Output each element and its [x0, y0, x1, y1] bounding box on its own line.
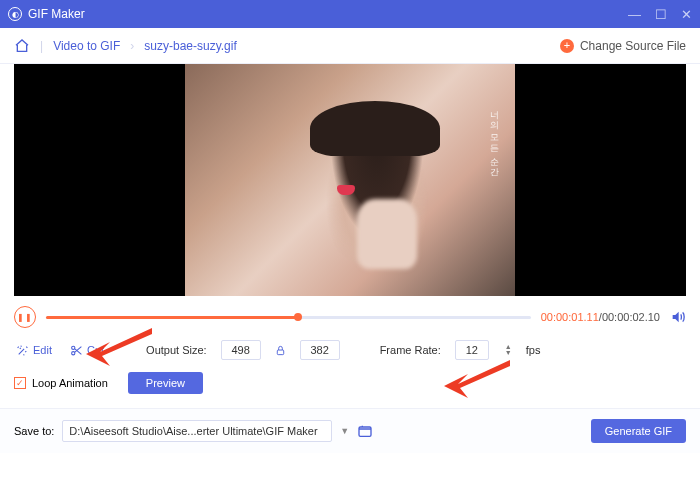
- svg-rect-2: [277, 350, 283, 355]
- change-source-label: Change Source File: [580, 39, 686, 53]
- save-path-input[interactable]: [62, 420, 332, 442]
- frame-rate-input[interactable]: [455, 340, 489, 360]
- lock-icon[interactable]: [275, 345, 286, 356]
- fps-label: fps: [526, 344, 541, 356]
- title-bar: ◐ GIF Maker — ☐ ✕: [0, 0, 700, 28]
- time-current: 00:00:01.11: [541, 311, 599, 323]
- save-to-label: Save to:: [14, 425, 54, 437]
- timecodes: 00:00:01.11/00:00:02.10: [541, 311, 660, 323]
- frame-rate-stepper[interactable]: ▲▼: [505, 344, 512, 356]
- edit-button[interactable]: Edit: [14, 341, 54, 360]
- video-overlay-text: 너의 모든 순간: [488, 104, 501, 171]
- pause-button[interactable]: ❚❚: [14, 306, 36, 328]
- folder-icon[interactable]: [357, 423, 373, 439]
- output-size-label: Output Size:: [146, 344, 207, 356]
- scissors-icon: [70, 344, 83, 357]
- path-dropdown-icon[interactable]: ▼: [340, 426, 349, 436]
- home-icon[interactable]: [14, 38, 30, 54]
- preview-button[interactable]: Preview: [128, 372, 203, 394]
- edit-label: Edit: [33, 344, 52, 356]
- svg-point-0: [72, 346, 75, 349]
- cut-button[interactable]: Cut: [68, 341, 106, 360]
- controls-row: Edit Cut Output Size: Frame Rate: ▲▼ fps: [0, 334, 700, 364]
- wand-icon: [16, 344, 29, 357]
- loop-checkbox[interactable]: ✓ Loop Animation: [14, 377, 108, 389]
- frame-rate-label: Frame Rate:: [380, 344, 441, 356]
- app-icon: ◐: [8, 7, 22, 21]
- options-row: ✓ Loop Animation Preview: [0, 364, 700, 408]
- playback-row: ❚❚ 00:00:01.11/00:00:02.10: [0, 296, 700, 334]
- change-source-button[interactable]: + Change Source File: [560, 39, 686, 53]
- time-total: 00:00:02.10: [602, 311, 660, 323]
- close-button[interactable]: ✕: [681, 7, 692, 22]
- breadcrumb-section[interactable]: Video to GIF: [53, 39, 120, 53]
- minimize-button[interactable]: —: [628, 7, 641, 22]
- timeline-knob[interactable]: [294, 313, 302, 321]
- loop-label: Loop Animation: [32, 377, 108, 389]
- breadcrumb-file: suzy-bae-suzy.gif: [144, 39, 236, 53]
- pause-icon: ❚❚: [17, 313, 33, 322]
- height-input[interactable]: [300, 340, 340, 360]
- cut-label: Cut: [87, 344, 104, 356]
- plus-circle-icon: +: [560, 39, 574, 53]
- video-frame: 너의 모든 순간: [185, 64, 515, 296]
- chevron-right-icon: ›: [130, 39, 134, 53]
- volume-icon[interactable]: [670, 309, 686, 325]
- maximize-button[interactable]: ☐: [655, 7, 667, 22]
- timeline-slider[interactable]: [46, 316, 531, 319]
- save-row: Save to: ▼ Generate GIF: [0, 408, 700, 453]
- app-title: GIF Maker: [28, 7, 85, 21]
- generate-gif-button[interactable]: Generate GIF: [591, 419, 686, 443]
- width-input[interactable]: [221, 340, 261, 360]
- breadcrumb-sep: |: [40, 39, 43, 53]
- window-controls: — ☐ ✕: [628, 7, 692, 22]
- checkbox-icon: ✓: [14, 377, 26, 389]
- svg-point-1: [72, 351, 75, 354]
- top-bar: | Video to GIF › suzy-bae-suzy.gif + Cha…: [0, 28, 700, 64]
- video-preview: 너의 모든 순간: [14, 64, 686, 296]
